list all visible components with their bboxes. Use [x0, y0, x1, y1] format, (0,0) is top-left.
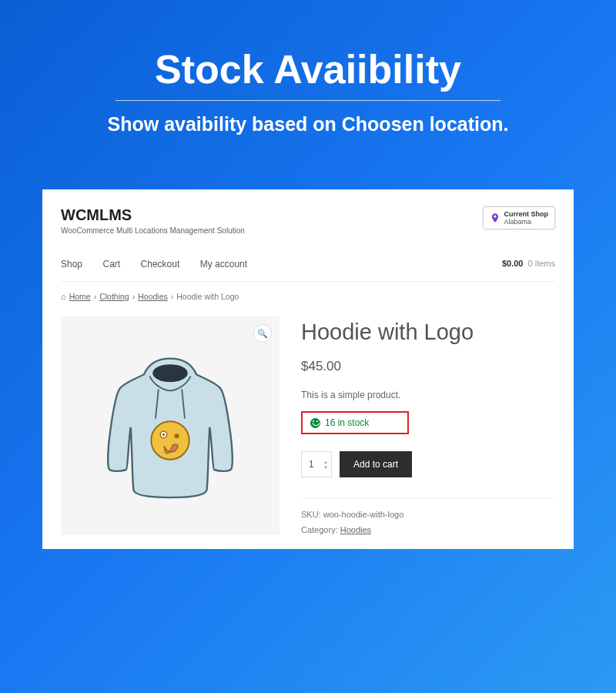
crumb-hoodies[interactable]: Hoodies: [138, 292, 168, 301]
stock-availability-highlight: 16 in stock: [301, 411, 409, 434]
brand-tagline: WooCommerce Multi Locations Management S…: [61, 226, 245, 235]
zoom-icon[interactable]: 🔍: [253, 324, 272, 343]
svg-point-4: [175, 434, 179, 438]
product-meta: SKU: woo-hoodie-with-logo Category: Hood…: [301, 497, 555, 538]
quantity-stepper[interactable]: 1 ▲▼: [301, 451, 332, 477]
hero-divider: [116, 100, 500, 101]
stock-text: 16 in stock: [325, 417, 369, 428]
cart-total: $0.00: [502, 259, 524, 268]
product-title: Hoodie with Logo: [301, 320, 555, 345]
brand: WCMLMS WooCommerce Multi Locations Manag…: [61, 206, 245, 235]
shop-badge-label: Current Shop: [504, 210, 549, 218]
hero-title: Stock Avaiibility: [0, 46, 616, 92]
sku-value: woo-hoodie-with-logo: [323, 510, 404, 519]
category-link[interactable]: Hoodies: [340, 525, 371, 534]
add-to-cart-button[interactable]: Add to cart: [340, 451, 412, 477]
brand-name: WCMLMS: [61, 206, 245, 224]
nav-link-cart[interactable]: Cart: [102, 259, 120, 270]
quantity-value: 1: [309, 459, 314, 470]
cart-summary[interactable]: $0.00 0 items: [502, 259, 555, 268]
smile-icon: [310, 418, 320, 428]
product-price: $45.00: [301, 359, 555, 374]
cart-item-count: 0 items: [528, 259, 555, 268]
crumb-home[interactable]: Home: [69, 292, 91, 301]
current-shop-badge[interactable]: Current Shop Alabama: [483, 206, 556, 229]
product-image: [97, 345, 243, 507]
shop-badge-location: Alabama: [504, 218, 549, 226]
hero-subtitle: Show avaibility based on Choosen locatio…: [0, 113, 616, 136]
category-label: Category:: [301, 525, 338, 534]
svg-point-0: [152, 364, 188, 382]
crumb-clothing[interactable]: Clothing: [99, 292, 129, 301]
main-nav: Shop Cart Checkout My account: [61, 256, 264, 270]
nav-link-checkout[interactable]: Checkout: [141, 259, 180, 270]
nav-link-shop[interactable]: Shop: [61, 259, 82, 270]
breadcrumb: ⌂ Home › Clothing › Hoodies › Hoodie wit…: [61, 282, 555, 316]
product-description: This is a simple product.: [301, 390, 555, 400]
crumb-current: Hoodie with Logo: [176, 292, 239, 301]
svg-point-3: [162, 434, 165, 436]
product-page-card: WCMLMS WooCommerce Multi Locations Manag…: [42, 189, 574, 549]
product-image-wrap[interactable]: 🔍: [61, 316, 280, 535]
sku-label: SKU:: [301, 510, 321, 519]
spinner-icon[interactable]: ▲▼: [323, 460, 328, 470]
location-pin-icon: [490, 211, 500, 225]
svg-point-1: [151, 421, 189, 459]
nav-link-account[interactable]: My account: [200, 259, 247, 270]
home-icon: ⌂: [61, 292, 66, 301]
